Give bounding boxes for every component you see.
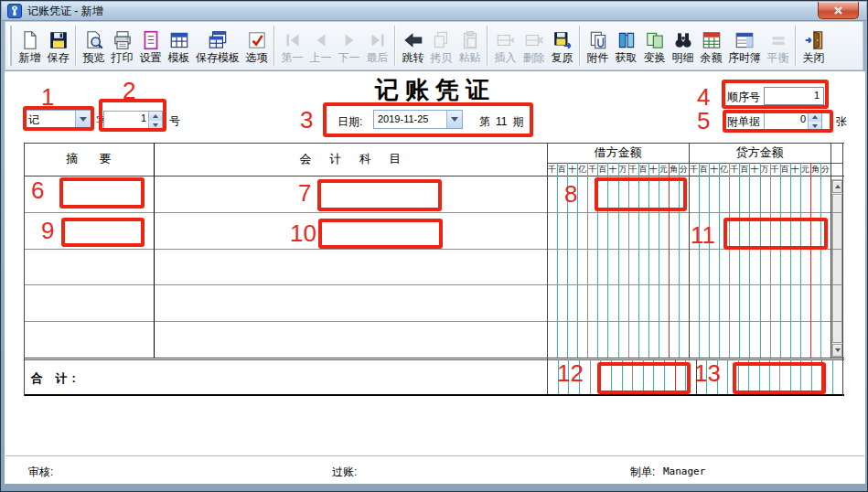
annotation-box-8 bbox=[595, 177, 687, 211]
grid-cell-credit-row1[interactable] bbox=[689, 176, 830, 212]
toolbar-button-restore[interactable]: 复原 bbox=[548, 27, 576, 65]
annotation-number-3: 3 bbox=[300, 108, 313, 132]
annotation-number-1: 1 bbox=[41, 85, 54, 109]
grid-cell-debit-row5[interactable] bbox=[547, 322, 689, 358]
toolbar-button-options[interactable]: 选项 bbox=[242, 27, 271, 65]
copy-icon bbox=[431, 29, 453, 51]
toolbar-button-transform[interactable]: 变换 bbox=[640, 27, 669, 65]
grid-cell-credit-row4[interactable] bbox=[689, 285, 830, 321]
toolbar-button-label: 序时簿 bbox=[728, 51, 761, 64]
last-icon bbox=[367, 29, 389, 51]
grid-cell-account-row3[interactable] bbox=[154, 250, 547, 285]
grid-cell-debit-row4[interactable] bbox=[547, 285, 689, 321]
toolbar-button-label: 模板 bbox=[168, 51, 190, 64]
annotation-box-7 bbox=[317, 179, 442, 211]
toolbar-button-label: 跳转 bbox=[402, 51, 424, 64]
digit-label: 百 bbox=[739, 164, 749, 176]
grid-line bbox=[842, 143, 843, 396]
toolbar-button-balance[interactable]: 余额 bbox=[697, 27, 725, 65]
grid-cell-account-row4[interactable] bbox=[154, 285, 547, 321]
post-label: 过账: bbox=[332, 465, 357, 480]
grid-cell-account-row5[interactable] bbox=[154, 322, 547, 358]
toolbar-button-first[interactable]: 第一 bbox=[278, 27, 306, 65]
toolbar-button-label: 明细 bbox=[672, 51, 694, 64]
scroll-down-icon[interactable] bbox=[832, 344, 842, 357]
toolbar-button-template[interactable]: 模板 bbox=[165, 27, 193, 65]
column-header-credit: 贷方金额 bbox=[689, 143, 830, 163]
preparer-label: 制单: bbox=[630, 465, 655, 480]
toolbar-button-save-template[interactable]: 保存模板 bbox=[193, 27, 242, 65]
prev-icon bbox=[310, 29, 332, 51]
toolbar-buttons: 新增保存预览打印设置模板保存模板选项第一上一下一最后跳转拷贝粘贴插入删除复原附件… bbox=[16, 26, 828, 66]
toolbar-button-save[interactable]: 保存 bbox=[44, 27, 72, 65]
voucher-window: 记账凭证 - 新增 新增保存预览打印设置模板保存模板选项第一上一下一最后跳转拷贝… bbox=[0, 0, 868, 492]
toolbar-button-label: 设置 bbox=[140, 51, 162, 64]
toolbar-button-insert[interactable]: 插入 bbox=[491, 27, 520, 65]
save-icon bbox=[48, 29, 70, 51]
toolbar-button-label: 下一 bbox=[338, 51, 360, 64]
toolbar-button-print[interactable]: 打印 bbox=[108, 27, 136, 65]
digit-label: 百 bbox=[557, 164, 567, 176]
detail-icon bbox=[672, 29, 694, 51]
annotation-box-13 bbox=[733, 362, 826, 394]
close-button[interactable] bbox=[818, 2, 859, 19]
toolbar-separator bbox=[795, 26, 797, 66]
toolbar-button-jump[interactable]: 跳转 bbox=[399, 27, 427, 65]
toolbar-button-attachment[interactable]: 附件 bbox=[584, 27, 612, 65]
toolbar-button-label: 关闭 bbox=[803, 51, 825, 64]
annotation-box-12 bbox=[597, 362, 691, 394]
toolbar-button-label: 粘贴 bbox=[459, 51, 481, 64]
insert-icon bbox=[495, 29, 517, 51]
balanced-icon bbox=[767, 29, 789, 51]
grid-cell-summary-row5[interactable] bbox=[24, 322, 154, 358]
grid-cell-summary-row4[interactable] bbox=[24, 285, 154, 321]
toolbar-button-label: 平衡 bbox=[767, 51, 789, 64]
annotation-number-2: 2 bbox=[123, 79, 135, 102]
annotation-number-10: 10 bbox=[290, 221, 316, 245]
grid-cell-credit-row3[interactable] bbox=[689, 250, 830, 285]
toolbar-button-delete[interactable]: 删除 bbox=[520, 27, 548, 65]
digit-label: 十 bbox=[648, 164, 659, 176]
toolbar-button-label: 复原 bbox=[552, 51, 573, 64]
toolbar-button-fetch[interactable]: 获取 bbox=[612, 27, 640, 65]
toolbar-button-detail[interactable]: 明细 bbox=[669, 27, 697, 65]
toolbar-button-balanced[interactable]: 平衡 bbox=[764, 27, 792, 65]
toolbar-grip[interactable] bbox=[8, 26, 12, 66]
toolbar-button-label: 新增 bbox=[19, 51, 41, 64]
digit-label: 角 bbox=[669, 164, 679, 176]
annotation-number-6: 6 bbox=[31, 178, 44, 202]
toolbar-separator bbox=[579, 26, 581, 66]
annotation-box-4 bbox=[722, 80, 829, 109]
digit-label: 分 bbox=[679, 164, 689, 176]
grid-cell-debit-row2[interactable] bbox=[547, 213, 689, 249]
toolbar-button-next[interactable]: 下一 bbox=[335, 27, 363, 65]
grid-cell-debit-row3[interactable] bbox=[547, 250, 689, 285]
titlebar[interactable]: 记账凭证 - 新增 bbox=[2, 2, 866, 21]
grid-cell-summary-row3[interactable] bbox=[24, 250, 154, 285]
jump-icon bbox=[402, 29, 424, 51]
scroll-up-icon[interactable] bbox=[832, 180, 842, 193]
toolbar-button-setup[interactable]: 设置 bbox=[136, 27, 165, 65]
next-icon bbox=[338, 29, 360, 51]
toolbar-button-journal[interactable]: 序时簿 bbox=[725, 27, 764, 65]
toolbar-button-label: 第一 bbox=[282, 51, 304, 64]
restore-icon bbox=[552, 29, 573, 51]
toolbar-button-preview[interactable]: 预览 bbox=[80, 27, 108, 65]
toolbar-button-copy[interactable]: 拷贝 bbox=[427, 27, 455, 65]
annotation-number-4: 4 bbox=[697, 85, 710, 109]
toolbar-button-label: 拷贝 bbox=[431, 51, 453, 64]
grid-cell-credit-row5[interactable] bbox=[689, 322, 830, 358]
toolbar-button-last[interactable]: 最后 bbox=[363, 27, 391, 65]
toolbar-separator bbox=[487, 26, 488, 66]
toolbar-button-label: 获取 bbox=[616, 51, 638, 64]
digit-label: 十 bbox=[749, 164, 759, 176]
toolbar-button-label: 最后 bbox=[367, 51, 389, 64]
digit-label: 分 bbox=[820, 164, 830, 176]
toolbar-button-new[interactable]: 新增 bbox=[16, 27, 44, 65]
toolbar-button-paste[interactable]: 粘贴 bbox=[455, 27, 484, 65]
toolbar-button-close[interactable]: 关闭 bbox=[799, 27, 828, 65]
toolbar-separator bbox=[75, 26, 77, 66]
toolbar-button-previous[interactable]: 上一 bbox=[306, 27, 335, 65]
annotation-number-9: 9 bbox=[41, 219, 54, 242]
toolbar-button-label: 上一 bbox=[310, 51, 332, 64]
